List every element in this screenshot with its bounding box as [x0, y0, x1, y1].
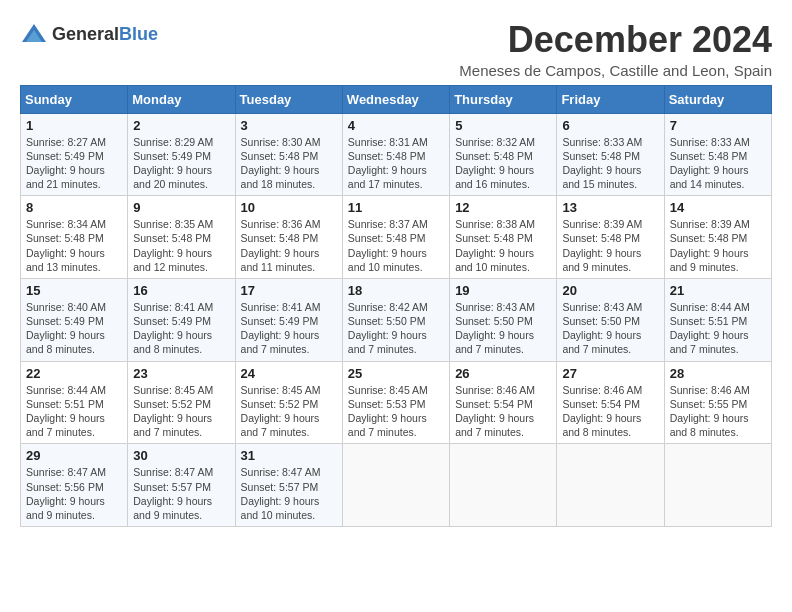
header-tuesday: Tuesday — [235, 85, 342, 113]
calendar-cell: 5 Sunrise: 8:32 AM Sunset: 5:48 PM Dayli… — [450, 113, 557, 196]
day-info: Sunrise: 8:42 AM Sunset: 5:50 PM Dayligh… — [348, 300, 444, 357]
day-info: Sunrise: 8:39 AM Sunset: 5:48 PM Dayligh… — [562, 217, 658, 274]
header-saturday: Saturday — [664, 85, 771, 113]
calendar-cell: 15 Sunrise: 8:40 AM Sunset: 5:49 PM Dayl… — [21, 278, 128, 361]
day-number: 1 — [26, 118, 122, 133]
calendar-cell: 28 Sunrise: 8:46 AM Sunset: 5:55 PM Dayl… — [664, 361, 771, 444]
calendar-cell: 12 Sunrise: 8:38 AM Sunset: 5:48 PM Dayl… — [450, 196, 557, 279]
day-info: Sunrise: 8:46 AM Sunset: 5:54 PM Dayligh… — [562, 383, 658, 440]
day-number: 7 — [670, 118, 766, 133]
day-info: Sunrise: 8:47 AM Sunset: 5:57 PM Dayligh… — [241, 465, 337, 522]
day-info: Sunrise: 8:45 AM Sunset: 5:52 PM Dayligh… — [133, 383, 229, 440]
main-title: December 2024 — [459, 20, 772, 60]
calendar-cell: 29 Sunrise: 8:47 AM Sunset: 5:56 PM Dayl… — [21, 444, 128, 527]
day-number: 9 — [133, 200, 229, 215]
calendar-cell: 19 Sunrise: 8:43 AM Sunset: 5:50 PM Dayl… — [450, 278, 557, 361]
day-number: 23 — [133, 366, 229, 381]
calendar-cell: 18 Sunrise: 8:42 AM Sunset: 5:50 PM Dayl… — [342, 278, 449, 361]
header: GeneralBlue December 2024 Meneses de Cam… — [20, 20, 772, 79]
calendar-week-3: 15 Sunrise: 8:40 AM Sunset: 5:49 PM Dayl… — [21, 278, 772, 361]
day-info: Sunrise: 8:33 AM Sunset: 5:48 PM Dayligh… — [562, 135, 658, 192]
day-info: Sunrise: 8:44 AM Sunset: 5:51 PM Dayligh… — [670, 300, 766, 357]
day-info: Sunrise: 8:46 AM Sunset: 5:55 PM Dayligh… — [670, 383, 766, 440]
day-number: 13 — [562, 200, 658, 215]
day-number: 12 — [455, 200, 551, 215]
day-number: 24 — [241, 366, 337, 381]
header-sunday: Sunday — [21, 85, 128, 113]
calendar-cell: 3 Sunrise: 8:30 AM Sunset: 5:48 PM Dayli… — [235, 113, 342, 196]
day-info: Sunrise: 8:47 AM Sunset: 5:57 PM Dayligh… — [133, 465, 229, 522]
calendar: SundayMondayTuesdayWednesdayThursdayFrid… — [20, 85, 772, 527]
day-info: Sunrise: 8:39 AM Sunset: 5:48 PM Dayligh… — [670, 217, 766, 274]
calendar-cell: 14 Sunrise: 8:39 AM Sunset: 5:48 PM Dayl… — [664, 196, 771, 279]
calendar-cell — [342, 444, 449, 527]
day-info: Sunrise: 8:40 AM Sunset: 5:49 PM Dayligh… — [26, 300, 122, 357]
calendar-cell: 13 Sunrise: 8:39 AM Sunset: 5:48 PM Dayl… — [557, 196, 664, 279]
logo-icon — [20, 20, 48, 48]
day-number: 4 — [348, 118, 444, 133]
calendar-cell: 31 Sunrise: 8:47 AM Sunset: 5:57 PM Dayl… — [235, 444, 342, 527]
day-number: 10 — [241, 200, 337, 215]
calendar-cell: 25 Sunrise: 8:45 AM Sunset: 5:53 PM Dayl… — [342, 361, 449, 444]
day-info: Sunrise: 8:45 AM Sunset: 5:52 PM Dayligh… — [241, 383, 337, 440]
calendar-cell: 2 Sunrise: 8:29 AM Sunset: 5:49 PM Dayli… — [128, 113, 235, 196]
calendar-cell — [557, 444, 664, 527]
calendar-cell: 11 Sunrise: 8:37 AM Sunset: 5:48 PM Dayl… — [342, 196, 449, 279]
calendar-cell: 20 Sunrise: 8:43 AM Sunset: 5:50 PM Dayl… — [557, 278, 664, 361]
calendar-week-1: 1 Sunrise: 8:27 AM Sunset: 5:49 PM Dayli… — [21, 113, 772, 196]
day-info: Sunrise: 8:41 AM Sunset: 5:49 PM Dayligh… — [133, 300, 229, 357]
title-area: December 2024 Meneses de Campos, Castill… — [459, 20, 772, 79]
day-info: Sunrise: 8:31 AM Sunset: 5:48 PM Dayligh… — [348, 135, 444, 192]
day-number: 30 — [133, 448, 229, 463]
day-number: 25 — [348, 366, 444, 381]
calendar-cell: 22 Sunrise: 8:44 AM Sunset: 5:51 PM Dayl… — [21, 361, 128, 444]
day-number: 27 — [562, 366, 658, 381]
calendar-cell: 1 Sunrise: 8:27 AM Sunset: 5:49 PM Dayli… — [21, 113, 128, 196]
day-number: 29 — [26, 448, 122, 463]
day-info: Sunrise: 8:29 AM Sunset: 5:49 PM Dayligh… — [133, 135, 229, 192]
day-number: 16 — [133, 283, 229, 298]
calendar-cell — [450, 444, 557, 527]
calendar-cell: 30 Sunrise: 8:47 AM Sunset: 5:57 PM Dayl… — [128, 444, 235, 527]
header-monday: Monday — [128, 85, 235, 113]
day-info: Sunrise: 8:33 AM Sunset: 5:48 PM Dayligh… — [670, 135, 766, 192]
calendar-cell: 8 Sunrise: 8:34 AM Sunset: 5:48 PM Dayli… — [21, 196, 128, 279]
day-number: 2 — [133, 118, 229, 133]
calendar-cell: 7 Sunrise: 8:33 AM Sunset: 5:48 PM Dayli… — [664, 113, 771, 196]
day-info: Sunrise: 8:41 AM Sunset: 5:49 PM Dayligh… — [241, 300, 337, 357]
day-number: 31 — [241, 448, 337, 463]
day-number: 21 — [670, 283, 766, 298]
logo-text: GeneralBlue — [52, 24, 158, 45]
day-number: 11 — [348, 200, 444, 215]
calendar-cell: 24 Sunrise: 8:45 AM Sunset: 5:52 PM Dayl… — [235, 361, 342, 444]
day-number: 6 — [562, 118, 658, 133]
day-info: Sunrise: 8:43 AM Sunset: 5:50 PM Dayligh… — [562, 300, 658, 357]
calendar-cell: 6 Sunrise: 8:33 AM Sunset: 5:48 PM Dayli… — [557, 113, 664, 196]
day-number: 22 — [26, 366, 122, 381]
day-number: 14 — [670, 200, 766, 215]
day-info: Sunrise: 8:44 AM Sunset: 5:51 PM Dayligh… — [26, 383, 122, 440]
day-info: Sunrise: 8:27 AM Sunset: 5:49 PM Dayligh… — [26, 135, 122, 192]
logo: GeneralBlue — [20, 20, 158, 48]
calendar-cell: 26 Sunrise: 8:46 AM Sunset: 5:54 PM Dayl… — [450, 361, 557, 444]
calendar-cell: 9 Sunrise: 8:35 AM Sunset: 5:48 PM Dayli… — [128, 196, 235, 279]
day-number: 28 — [670, 366, 766, 381]
calendar-cell: 21 Sunrise: 8:44 AM Sunset: 5:51 PM Dayl… — [664, 278, 771, 361]
calendar-cell: 4 Sunrise: 8:31 AM Sunset: 5:48 PM Dayli… — [342, 113, 449, 196]
day-info: Sunrise: 8:46 AM Sunset: 5:54 PM Dayligh… — [455, 383, 551, 440]
header-thursday: Thursday — [450, 85, 557, 113]
day-info: Sunrise: 8:34 AM Sunset: 5:48 PM Dayligh… — [26, 217, 122, 274]
calendar-cell: 23 Sunrise: 8:45 AM Sunset: 5:52 PM Dayl… — [128, 361, 235, 444]
day-info: Sunrise: 8:38 AM Sunset: 5:48 PM Dayligh… — [455, 217, 551, 274]
calendar-cell: 10 Sunrise: 8:36 AM Sunset: 5:48 PM Dayl… — [235, 196, 342, 279]
day-info: Sunrise: 8:45 AM Sunset: 5:53 PM Dayligh… — [348, 383, 444, 440]
day-number: 15 — [26, 283, 122, 298]
calendar-cell: 17 Sunrise: 8:41 AM Sunset: 5:49 PM Dayl… — [235, 278, 342, 361]
calendar-cell: 16 Sunrise: 8:41 AM Sunset: 5:49 PM Dayl… — [128, 278, 235, 361]
calendar-week-2: 8 Sunrise: 8:34 AM Sunset: 5:48 PM Dayli… — [21, 196, 772, 279]
day-info: Sunrise: 8:32 AM Sunset: 5:48 PM Dayligh… — [455, 135, 551, 192]
day-number: 5 — [455, 118, 551, 133]
day-info: Sunrise: 8:35 AM Sunset: 5:48 PM Dayligh… — [133, 217, 229, 274]
day-number: 19 — [455, 283, 551, 298]
calendar-week-4: 22 Sunrise: 8:44 AM Sunset: 5:51 PM Dayl… — [21, 361, 772, 444]
